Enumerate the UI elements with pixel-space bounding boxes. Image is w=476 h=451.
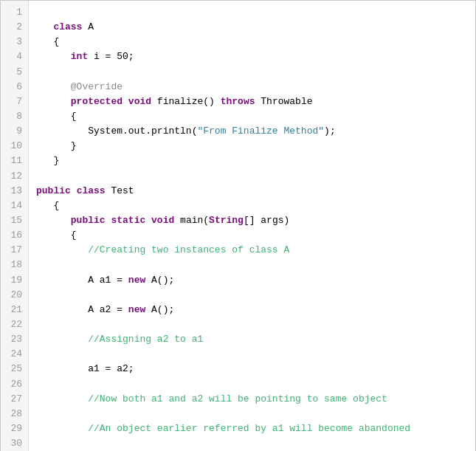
ln-12: 12	[1, 169, 28, 184]
code-line: A a2 = new A();	[29, 303, 475, 317]
ln-11: 11	[1, 154, 28, 168]
code-line: int i = 50;	[29, 49, 475, 64]
ln-4: 4	[1, 49, 28, 64]
line-numbers: 1 2 3 4 5 6 7 8 9 10 11 12 13 14 15 16 1…	[1, 1, 29, 451]
code-line: public static void main(String[] args)	[29, 213, 475, 228]
ln-14: 14	[1, 199, 28, 213]
code-lines[interactable]: class A { int i = 50; @Override protecte…	[29, 1, 475, 451]
code-line	[29, 258, 475, 272]
code-area: 1 2 3 4 5 6 7 8 9 10 11 12 13 14 15 16 1…	[1, 1, 475, 451]
ln-17: 17	[1, 243, 28, 258]
code-line: {	[29, 228, 475, 243]
ln-1: 1	[1, 5, 28, 20]
code-editor: 1 2 3 4 5 6 7 8 9 10 11 12 13 14 15 16 1…	[0, 0, 476, 451]
code-line	[29, 317, 475, 332]
ln-8: 8	[1, 109, 28, 124]
ln-10: 10	[1, 139, 28, 154]
ln-21: 21	[1, 303, 28, 317]
ln-30: 30	[1, 436, 28, 451]
ln-27: 27	[1, 392, 28, 407]
ln-16: 16	[1, 228, 28, 243]
ln-18: 18	[1, 258, 28, 272]
code-line: @Override	[29, 80, 475, 94]
ln-24: 24	[1, 347, 28, 362]
code-line	[29, 288, 475, 303]
code-line: {	[29, 199, 475, 213]
ln-29: 29	[1, 421, 28, 436]
ln-26: 26	[1, 377, 28, 392]
code-line	[29, 347, 475, 362]
ln-13: 13	[1, 184, 28, 199]
code-line: }	[29, 139, 475, 154]
code-line	[29, 169, 475, 184]
code-line	[29, 5, 475, 20]
code-line: //An object earlier referred by a1 will …	[29, 421, 475, 436]
code-line: }	[29, 154, 475, 168]
ln-7: 7	[1, 94, 28, 109]
code-line: {	[29, 35, 475, 49]
code-line: {	[29, 109, 475, 124]
code-line: a1 = a2;	[29, 362, 475, 376]
ln-3: 3	[1, 35, 28, 49]
ln-9: 9	[1, 124, 28, 139]
code-line: //Creating two instances of class A	[29, 243, 475, 258]
ln-5: 5	[1, 65, 28, 80]
code-line	[29, 65, 475, 80]
ln-6: 6	[1, 80, 28, 94]
ln-25: 25	[1, 362, 28, 376]
ln-22: 22	[1, 317, 28, 332]
code-line: class A	[29, 20, 475, 35]
code-line: //Now both a1 and a2 will be pointing to…	[29, 392, 475, 407]
code-line: A a1 = new A();	[29, 273, 475, 288]
ln-23: 23	[1, 332, 28, 347]
code-line	[29, 407, 475, 421]
code-line: //Assigning a2 to a1	[29, 332, 475, 347]
code-line	[29, 436, 475, 451]
code-line	[29, 377, 475, 392]
code-line: public class Test	[29, 184, 475, 199]
ln-15: 15	[1, 213, 28, 228]
ln-20: 20	[1, 288, 28, 303]
code-line: System.out.println("From Finalize Method…	[29, 124, 475, 139]
code-line: protected void finalize() throws Throwab…	[29, 94, 475, 109]
ln-2: 2	[1, 20, 28, 35]
ln-28: 28	[1, 407, 28, 421]
ln-19: 19	[1, 273, 28, 288]
